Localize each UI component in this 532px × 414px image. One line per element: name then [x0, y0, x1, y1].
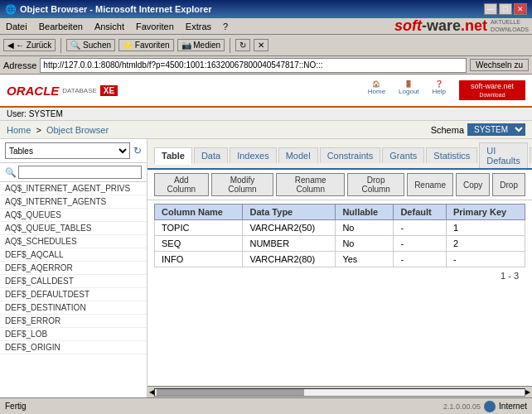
- add-column-button[interactable]: Add Column: [154, 173, 209, 196]
- list-item[interactable]: DEF$_DEFAULTDEST: [0, 288, 147, 301]
- oracle-xe-badge: XE: [100, 85, 118, 96]
- tab-constraints[interactable]: Constraints: [320, 147, 381, 163]
- modify-column-button[interactable]: Modify Column: [211, 173, 274, 196]
- go-button[interactable]: Wechseln zu: [470, 59, 529, 71]
- search-box: 🔍: [0, 163, 147, 182]
- list-item[interactable]: AQ$_SCHEDULES: [0, 235, 147, 248]
- cell-col-name: INFO: [155, 252, 243, 267]
- menu-help[interactable]: ?: [220, 21, 230, 32]
- tabs-bar: Table Data Indexes Model Constraints Gra…: [148, 139, 532, 170]
- address-label: Adresse: [3, 60, 36, 70]
- cell-pk: 2: [446, 236, 525, 252]
- menu-extras[interactable]: Extras: [183, 21, 214, 32]
- col-header-default: Default: [394, 205, 447, 220]
- tab-statistics[interactable]: Statistics: [426, 147, 477, 163]
- drop-column-button[interactable]: Drop Column: [347, 173, 404, 196]
- list-item[interactable]: AQ$_INTERNET_AGENT_PRIVS: [0, 182, 147, 195]
- menu-favoriten[interactable]: Favoriten: [133, 21, 177, 32]
- menu-bar: Datei Bearbeiten Ansicht Favoriten Extra…: [0, 18, 532, 35]
- right-content: Table Data Indexes Model Constraints Gra…: [148, 139, 532, 397]
- col-header-pk: Primary Key: [446, 205, 525, 220]
- status-text: Fertig: [5, 402, 27, 411]
- cell-col-name: SEQ: [155, 236, 243, 252]
- list-item[interactable]: AQ$_INTERNET_AGENTS: [0, 195, 147, 209]
- cell-nullable: No: [336, 220, 394, 236]
- copy-button[interactable]: Copy: [456, 173, 490, 196]
- home-icon: 🏠: [372, 80, 380, 88]
- tab-model[interactable]: Model: [278, 147, 318, 163]
- close-button[interactable]: ✕: [514, 3, 527, 15]
- logout-icon-item[interactable]: 🚪 Logout: [399, 80, 418, 100]
- menu-bearbeiten[interactable]: Bearbeiten: [36, 21, 85, 32]
- content-wrapper: ORACLE DATABASE XE 🏠 Home 🚪 Logout ❓ Hel…: [0, 75, 532, 397]
- schema-label: Schema: [431, 125, 464, 135]
- oracle-logo: ORACLE DATABASE XE: [7, 84, 118, 98]
- status-right: 2.1.0.00.05 Internet: [443, 401, 527, 412]
- col-header-nullable: Nullable: [336, 205, 394, 220]
- scroll-track[interactable]: [154, 388, 525, 397]
- title-bar: 🌐 Object Browser - Microsoft Internet Ex…: [0, 0, 532, 18]
- header-icons: 🏠 Home 🚪 Logout ❓ Help soft-ware.netDown…: [368, 80, 525, 100]
- oracle-database-text: DATABASE: [62, 87, 97, 94]
- list-item[interactable]: DEF$_ERROR: [0, 315, 147, 328]
- table-list: AQ$_INTERNET_AGENT_PRIVS AQ$_INTERNET_AG…: [0, 182, 147, 397]
- tab-ui-defaults[interactable]: UI Defaults: [479, 142, 527, 168]
- address-input[interactable]: [40, 58, 467, 73]
- rename-button[interactable]: Rename: [407, 173, 453, 196]
- version-text: 2.1.0.00.05: [443, 402, 481, 411]
- list-item[interactable]: DEF$_CALLDEST: [0, 275, 147, 288]
- stop-button[interactable]: ✕: [254, 39, 268, 51]
- search-icon: 🔍: [5, 167, 17, 178]
- horizontal-scrollbar[interactable]: ◀ ▶: [148, 386, 532, 397]
- help-label: Help: [433, 88, 446, 95]
- cell-col-name: TOPIC: [155, 220, 243, 236]
- cell-data-type: VARCHAR2(80): [243, 252, 336, 267]
- col-header-type: Data Type: [243, 205, 336, 220]
- toolbar: ◀ ← Zurück 🔍 Suchen ⭐ Favoriten 📷 Medien…: [0, 35, 532, 56]
- search-input[interactable]: [18, 166, 142, 179]
- logout-label: Logout: [399, 88, 418, 95]
- list-item[interactable]: DEF$_LOB: [0, 328, 147, 341]
- list-item[interactable]: AQ$_QUEUE_TABLES: [0, 222, 147, 235]
- search-button[interactable]: 🔍 Suchen: [66, 39, 115, 51]
- object-browser-breadcrumb[interactable]: Object Browser: [46, 125, 109, 135]
- tab-indexes[interactable]: Indexes: [230, 147, 277, 163]
- list-item[interactable]: DEF$_AQCALL: [0, 248, 147, 262]
- back-button[interactable]: ◀ ← Zurück: [3, 39, 56, 51]
- maximize-button[interactable]: □: [499, 3, 512, 15]
- tab-data[interactable]: Data: [194, 147, 228, 163]
- home-icon-item[interactable]: 🏠 Home: [368, 80, 385, 100]
- rename-column-button[interactable]: Rename Column: [276, 173, 345, 196]
- cell-default: -: [394, 252, 447, 267]
- user-label: User: SYSTEM: [7, 109, 63, 118]
- list-item[interactable]: DEF$_AQERROR: [0, 262, 147, 275]
- oracle-text: ORACLE: [7, 84, 59, 98]
- sidebar-refresh-button[interactable]: ↻: [133, 145, 142, 156]
- cell-default: -: [394, 220, 447, 236]
- menu-ansicht[interactable]: Ansicht: [92, 21, 127, 32]
- table-row: SEQ NUMBER No - 2: [155, 236, 525, 252]
- scroll-right-arrow[interactable]: ▶: [525, 388, 530, 396]
- tab-table[interactable]: Table: [154, 147, 192, 165]
- schema-select[interactable]: SYSTEM: [467, 123, 525, 136]
- pagination: 1 - 3: [154, 267, 525, 284]
- home-breadcrumb[interactable]: Home: [7, 125, 31, 135]
- logout-icon: 🚪: [404, 80, 413, 88]
- address-bar: Adresse Wechseln zu: [0, 56, 532, 75]
- breadcrumb-bar: Home > Object Browser Schema SYSTEM: [0, 121, 532, 139]
- sidebar-header: Tables ↻: [0, 139, 147, 163]
- list-item[interactable]: DEF$_DESTINATION: [0, 301, 147, 315]
- software-download-banner: soft-ware.netDownload: [459, 80, 525, 100]
- help-icon-item[interactable]: ❓ Help: [433, 80, 446, 100]
- tab-grants[interactable]: Grants: [382, 147, 424, 163]
- favorites-button[interactable]: ⭐ Favoriten: [118, 39, 173, 51]
- list-item[interactable]: AQ$_QUEUES: [0, 209, 147, 222]
- refresh-button[interactable]: ↻: [235, 39, 250, 51]
- list-item[interactable]: DEF$_ORIGIN: [0, 341, 147, 354]
- action-bar: Add Column Modify Column Rename Column D…: [148, 170, 532, 200]
- drop-button[interactable]: Drop: [492, 173, 525, 196]
- media-button[interactable]: 📷 Medien: [177, 39, 225, 51]
- minimize-button[interactable]: —: [484, 3, 497, 15]
- menu-datei[interactable]: Datei: [3, 21, 30, 32]
- tables-dropdown[interactable]: Tables: [5, 142, 130, 159]
